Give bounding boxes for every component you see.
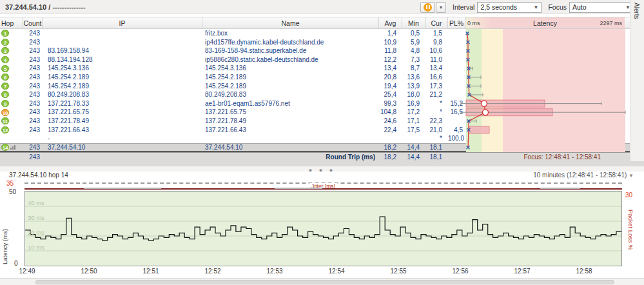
- interval-value: 2,5 seconds: [480, 3, 517, 11]
- col-header-min[interactable]: Min: [402, 17, 425, 28]
- latency-scale-max: 2297 ms: [600, 17, 622, 29]
- cell-ip: [43, 38, 202, 47]
- horizontal-scrollbar[interactable]: [0, 278, 644, 285]
- cell-cur: 21,2: [425, 90, 448, 99]
- cell-min: 13,9: [402, 82, 425, 91]
- table-row[interactable]: 10 243 137.221.65.75 137.221.65.75 104,8…: [0, 108, 630, 117]
- interval-label: Interval: [453, 3, 474, 11]
- cell-count: 243: [23, 64, 43, 73]
- cell-pl: [448, 90, 465, 99]
- hop-badge: 7: [1, 83, 9, 90]
- cell-count: [23, 134, 43, 143]
- hop-badge: 12: [1, 126, 9, 133]
- col-header-latency: 0 ms Latency 2297 ms: [465, 17, 625, 28]
- table-row[interactable]: 1 243 fritz.box 1,4 0,5 1,5: [0, 29, 630, 38]
- timeline-graph[interactable]: 40 ms30 ms20 ms10 ms: [24, 191, 622, 266]
- trace-table-header: Hop Count IP Name Avg Min Cur PL% 0 ms L…: [0, 17, 630, 29]
- cell-pl: [448, 64, 465, 73]
- timeline-range-select[interactable]: 10 minutes (12:48:41 - 12:58:41) ▼: [533, 172, 634, 179]
- packet-loss-axis-max: 30: [625, 192, 632, 199]
- interval-select[interactable]: 2,5 seconds ▼: [477, 2, 542, 13]
- cell-min: 7,3: [402, 55, 425, 64]
- cell-min: 17,2: [402, 108, 425, 117]
- cell-ip: 137.221.78.49: [43, 117, 202, 126]
- cell-min: 17,1: [402, 117, 425, 126]
- table-row[interactable]: 3 243 83.169.158.94 83-169-158-94.static…: [0, 46, 630, 55]
- hop-badge: 5: [1, 65, 9, 72]
- cell-count: 243: [23, 29, 43, 38]
- cell-count: 243: [23, 126, 43, 135]
- focus-value: Auto: [572, 3, 587, 11]
- cell-count: 243: [23, 144, 43, 151]
- scrollbar-thumb[interactable]: [35, 280, 614, 284]
- cell-ip: 137.221.78.33: [43, 99, 202, 108]
- cell-min: 5,9: [402, 38, 425, 47]
- cell-ip: 88.134.194.128: [43, 55, 202, 64]
- cell-pl: [448, 46, 465, 55]
- gridline-label: 10 ms: [28, 244, 44, 251]
- cell-ip: 145.254.2.189: [43, 82, 202, 91]
- round-trip-count: 243: [23, 153, 43, 161]
- table-row[interactable]: 11 243 137.221.78.49 137.221.78.49 24,6 …: [0, 117, 630, 126]
- cell-cur: 1,5: [425, 29, 448, 38]
- cell-avg: 11,8: [379, 46, 402, 55]
- col-header-cur[interactable]: Cur: [425, 17, 448, 28]
- cell-avg: [379, 134, 402, 143]
- table-row[interactable]: 5 243 145.254.3.136 145.254.3.136 13,4 8…: [0, 64, 630, 73]
- timeline-range-label: 10 minutes (12:48:41 - 12:58:41): [533, 172, 627, 179]
- table-row[interactable]: 7 243 145.254.2.189 145.254.2.189 19,4 1…: [0, 82, 630, 91]
- col-header-count[interactable]: Count: [23, 17, 43, 28]
- cell-avg: 24,6: [379, 117, 402, 126]
- cell-avg: 1,4: [379, 29, 402, 38]
- pause-dropdown-button[interactable]: ▾: [436, 2, 446, 13]
- top-toolbar: 37.244.54.10 / -------------- ▾ Interval…: [0, 0, 644, 14]
- cell-ip: 145.254.3.136: [43, 64, 202, 73]
- col-header-avg[interactable]: Avg: [379, 17, 402, 28]
- table-row[interactable]: - * 100,0: [0, 134, 630, 143]
- cell-avg: 20,8: [379, 73, 402, 82]
- focus-select[interactable]: Auto ▼: [569, 2, 634, 13]
- table-row[interactable]: 8 243 80.249.208.83 80.249.208.83 25,4 1…: [0, 90, 630, 99]
- cell-min: 17,5: [402, 126, 425, 135]
- right-rail: Alerts: [630, 0, 644, 166]
- table-row[interactable]: 2 243 ip4d157ffe.dynamic.kabel-deutschla…: [0, 38, 630, 47]
- cell-ip: [43, 29, 202, 38]
- cell-name: 80.249.208.83: [202, 90, 379, 99]
- table-row[interactable]: 6 243 145.254.2.189 145.254.2.189 20,8 1…: [0, 73, 630, 82]
- cell-avg: 10,9: [379, 38, 402, 47]
- time-tick-label: 12:56: [452, 268, 468, 275]
- cell-pl: [448, 38, 465, 47]
- time-tick-label: 12:51: [142, 268, 159, 275]
- hop-badge: 9: [1, 100, 9, 107]
- col-header-hop[interactable]: Hop: [0, 17, 23, 28]
- cell-name: 137.221.78.49: [202, 117, 379, 126]
- gridline-label: 40 ms: [28, 199, 44, 206]
- cell-count: 243: [23, 82, 43, 91]
- cell-count: 243: [23, 55, 43, 64]
- cell-pl: [448, 73, 465, 82]
- cell-min: 18,0: [402, 90, 425, 99]
- cell-min: 8,7: [402, 64, 425, 73]
- panel-splitter[interactable]: ● ● ●: [0, 166, 644, 172]
- cell-avg: 104,8: [379, 108, 402, 117]
- cell-ip: 145.254.2.189: [43, 73, 202, 82]
- col-header-ip[interactable]: IP: [43, 17, 202, 28]
- cell-cur: 13,4: [425, 64, 448, 73]
- cell-name: ip4d157ffe.dynamic.kabel-deutschland.de: [202, 38, 379, 47]
- hop-badge: 8: [1, 91, 9, 98]
- table-row[interactable]: 4 243 88.134.194.128 ip5886c280.static.k…: [0, 55, 630, 64]
- table-row[interactable]: 9 243 137.221.78.33 ae1-br01-eqam1.as579…: [0, 99, 630, 108]
- cell-pl: 16,5: [448, 108, 465, 117]
- table-row[interactable]: 14 243 37.244.54.10 37.244.54.10 18,2 14…: [0, 143, 630, 152]
- pause-button[interactable]: [420, 2, 435, 13]
- latency-axis-max: 50: [9, 188, 16, 195]
- cell-cur: *: [425, 134, 448, 143]
- table-row[interactable]: 12 243 137.221.66.43 137.221.66.43 22,4 …: [0, 126, 630, 135]
- col-header-name[interactable]: Name: [202, 17, 379, 28]
- cell-avg: 13,4: [379, 64, 402, 73]
- target-title: 37.244.54.10 / --------------: [5, 3, 86, 11]
- cell-avg: 18,2: [379, 144, 402, 151]
- cell-name: 145.254.2.189: [202, 73, 379, 82]
- alerts-tab[interactable]: Alerts: [630, 0, 640, 19]
- col-header-pl[interactable]: PL%: [448, 17, 465, 28]
